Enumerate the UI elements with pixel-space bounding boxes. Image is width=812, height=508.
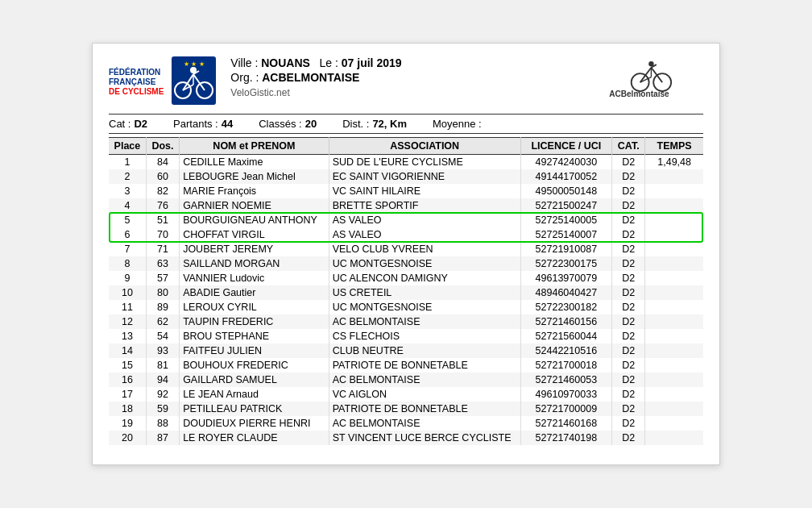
table-cell: 93 <box>146 344 179 358</box>
table-cell: 1 <box>109 155 146 170</box>
table-cell: AC BELMONTAISE <box>329 373 520 387</box>
table-cell: D2 <box>612 184 645 198</box>
table-cell: D2 <box>612 387 645 402</box>
table-cell: D2 <box>612 344 645 358</box>
table-cell: 16 <box>109 373 146 387</box>
table-cell: D2 <box>612 431 645 445</box>
svg-point-17 <box>648 61 653 66</box>
table-cell: US CRETEIL <box>329 285 520 300</box>
table-cell: 51 <box>146 213 179 227</box>
table-cell: 4 <box>109 198 146 213</box>
table-cell: 87 <box>146 431 179 445</box>
table-cell: 52722300175 <box>520 256 611 271</box>
table-cell: 94 <box>146 373 179 387</box>
header-center: Ville : NOUANS Le : 07 juil 2019 Org. : … <box>230 56 607 98</box>
table-cell: 49613970079 <box>520 271 611 285</box>
dist-label: Dist. : <box>342 118 369 130</box>
table-cell: 52725140005 <box>520 213 611 227</box>
table-row: 1694GAILLARD SAMUELAC BELMONTAISE5272146… <box>109 373 703 387</box>
table-cell: CS FLECHOIS <box>329 329 520 344</box>
table-cell: 52721460168 <box>520 416 611 431</box>
table-cell <box>645 329 703 344</box>
table-cell: D2 <box>612 227 645 242</box>
table-cell: D2 <box>612 314 645 329</box>
classes-value: 20 <box>305 118 317 130</box>
table-cell <box>645 227 703 242</box>
table-cell: D2 <box>612 242 645 256</box>
classes-item: Classés : 20 <box>259 118 317 130</box>
table-cell: LE JEAN Arnaud <box>180 387 329 402</box>
table-cell: 5 <box>109 213 146 227</box>
table-cell <box>645 300 703 314</box>
table-cell: SUD DE L'EURE CYCLISME <box>329 155 520 170</box>
table-cell: PATRIOTE DE BONNETABLE <box>329 402 520 416</box>
table-cell: D2 <box>612 358 645 373</box>
table-cell: 54 <box>146 329 179 344</box>
table-cell: D2 <box>612 285 645 300</box>
table-cell: 76 <box>146 198 179 213</box>
table-cell: 52721560044 <box>520 329 611 344</box>
table-cell: 17 <box>109 387 146 402</box>
table-cell: 62 <box>146 314 179 329</box>
table-cell: CEDILLE Maxime <box>180 155 329 170</box>
table-cell: UC ALENCON DAMIGNY <box>329 271 520 285</box>
svg-text:★ ★ ★: ★ ★ ★ <box>184 60 205 68</box>
table-cell: 10 <box>109 285 146 300</box>
table-cell: 49610970033 <box>520 387 611 402</box>
col-cat: CAT. <box>612 138 645 155</box>
table-cell: VELO CLUB YVREEN <box>329 242 520 256</box>
table-row: 1354BROU STEPHANECS FLECHOIS52721560044D… <box>109 329 703 344</box>
table-cell: 52721460156 <box>520 314 611 329</box>
table-cell <box>645 416 703 431</box>
table-cell: 80 <box>146 285 179 300</box>
results-body: 184CEDILLE MaximeSUD DE L'EURE CYCLISME4… <box>109 155 703 446</box>
table-cell: CHOFFAT VIRGIL <box>180 227 329 242</box>
table-cell: 49500050148 <box>520 184 611 198</box>
col-temps: TEMPS <box>645 138 703 155</box>
table-row: 382MARIE FrançoisVC SAINT HILAIRE4950005… <box>109 184 703 198</box>
table-cell: 52721700009 <box>520 402 611 416</box>
table-cell: 6 <box>109 227 146 242</box>
cat-value: D2 <box>134 118 147 130</box>
table-cell: AS VALEO <box>329 227 520 242</box>
table-cell <box>645 271 703 285</box>
org-line: Org. : ACBELMONTAISE <box>230 71 607 84</box>
table-cell: 49274240030 <box>520 155 611 170</box>
table-cell: 52722300182 <box>520 300 611 314</box>
svg-point-8 <box>190 67 197 73</box>
dist-item: Dist. : 72, Km <box>342 118 407 130</box>
table-cell: D2 <box>612 213 645 227</box>
partants-value: 44 <box>222 118 233 130</box>
cat-item: Cat : D2 <box>109 118 147 130</box>
table-cell: CLUB NEUTRE <box>329 344 520 358</box>
table-cell <box>645 169 703 184</box>
classes-label: Classés : <box>259 118 301 130</box>
table-row: 670CHOFFAT VIRGILAS VALEO52725140007D2 <box>109 227 703 242</box>
table-cell: 20 <box>109 431 146 445</box>
table-row: 1262TAUPIN FREDERICAC BELMONTAISE5272146… <box>109 314 703 329</box>
ffc-text: FÉDÉRATION FRANÇAISE DE CYCLISME <box>109 68 164 97</box>
table-cell: 88 <box>146 416 179 431</box>
acb-logo: ACBelmontaise <box>607 56 703 101</box>
table-cell: VC SAINT HILAIRE <box>329 184 520 198</box>
table-cell: SAILLAND MORGAN <box>180 256 329 271</box>
ffc-logo: FÉDÉRATION FRANÇAISE DE CYCLISME <box>109 56 216 107</box>
table-cell: VC AIGLON <box>329 387 520 402</box>
table-cell <box>645 256 703 271</box>
table-cell: AC BELMONTAISE <box>329 314 520 329</box>
table-cell <box>645 314 703 329</box>
table-cell: BROU STEPHANE <box>180 329 329 344</box>
table-cell: 13 <box>109 329 146 344</box>
table-cell: EC SAINT VIGORIENNE <box>329 169 520 184</box>
table-row: 551BOURGUIGNEAU ANTHONYAS VALEO527251400… <box>109 213 703 227</box>
table-cell: 11 <box>109 300 146 314</box>
table-cell: MARIE François <box>180 184 329 198</box>
col-asso: ASSOCIATION <box>329 138 520 155</box>
table-container: Place Dos. NOM et PRENOM ASSOCIATION LIC… <box>109 137 703 445</box>
table-cell: BOURGUIGNEAU ANTHONY <box>180 213 329 227</box>
table-cell: 48946040427 <box>520 285 611 300</box>
table-cell: LE ROYER CLAUDE <box>180 431 329 445</box>
le-label: Le : <box>313 56 342 69</box>
table-cell: AC BELMONTAISE <box>329 416 520 431</box>
col-dos: Dos. <box>146 138 179 155</box>
